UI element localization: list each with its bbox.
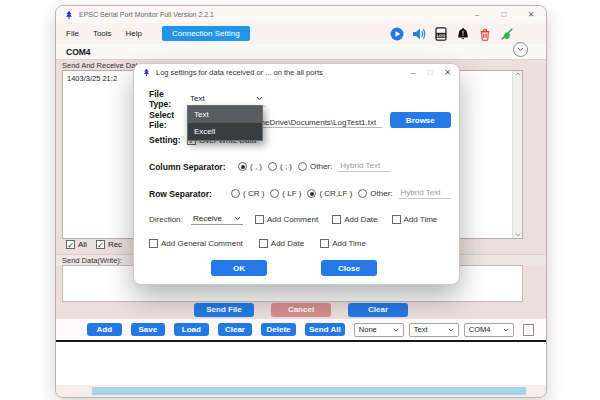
clear-button[interactable]: Clear	[348, 303, 408, 317]
save-button[interactable]: Save	[131, 323, 166, 336]
filter-received[interactable]: ✓ Rec	[96, 240, 122, 249]
alarm-bell-icon[interactable]	[456, 27, 470, 41]
add-comment-checkbox[interactable]	[255, 215, 264, 224]
row-sep-crlf-option[interactable]: ( CR,LF )	[307, 189, 352, 198]
app-pin-icon	[64, 10, 74, 20]
add-general-comment-checkbox[interactable]	[149, 239, 158, 248]
dialog-minimize-button[interactable]: –	[411, 68, 415, 77]
send-all-button[interactable]: Send All	[305, 323, 345, 336]
col-sep-comma-option[interactable]: ( , )	[238, 162, 262, 171]
direction-select[interactable]: Receive	[191, 214, 243, 225]
col-sep-other-option[interactable]: Other:	[298, 162, 332, 171]
add-time-checkbox[interactable]	[392, 215, 401, 224]
comma-radio[interactable]	[238, 162, 247, 171]
trash-icon[interactable]	[478, 27, 492, 41]
port-row: COM4	[56, 44, 546, 60]
filter-all[interactable]: ✓ All	[66, 240, 87, 249]
composer-toolbar: Add Save Load Clear Delete Send All None…	[56, 319, 546, 340]
port-label: COM4	[66, 47, 91, 57]
row-sep-lf-option[interactable]: ( LF )	[270, 189, 301, 198]
message-queue-panel[interactable]	[56, 340, 546, 387]
col-other-input[interactable]: Hybrid Text	[338, 161, 390, 172]
select-file-label: Select File:	[149, 110, 187, 130]
scrollbar-thumb[interactable]	[92, 387, 526, 395]
add-general-comment-label: Add General Comment	[161, 239, 243, 248]
app-title: EPSC Serial Port Monitor Full Version 2.…	[79, 11, 214, 18]
close-button[interactable]: ✕	[524, 10, 538, 19]
ok-button[interactable]: OK	[211, 260, 267, 276]
crlf-radio[interactable]	[307, 189, 316, 198]
minimize-button[interactable]: –	[470, 10, 484, 19]
general-add-date-option[interactable]: Add Date	[259, 239, 304, 248]
connector-icon[interactable]	[500, 27, 514, 41]
none-select[interactable]: None	[354, 323, 404, 337]
select-value: COM4	[469, 325, 491, 334]
received-checkbox[interactable]: ✓	[96, 240, 105, 249]
all-checkbox[interactable]: ✓	[66, 240, 75, 249]
add-general-comment-option[interactable]: Add General Comment	[149, 239, 243, 248]
dialog-close-button[interactable]: ✕	[444, 68, 451, 77]
semicolon-label: ( ; )	[280, 162, 292, 171]
connection-setting-button[interactable]: Connection Setting	[162, 26, 250, 41]
add-date-checkbox[interactable]	[332, 215, 341, 224]
general-comment-row: Add General Comment Add Date Add Time	[149, 239, 451, 248]
send-panel-label: Send Data(Write):	[62, 256, 122, 265]
menu-help[interactable]: Help	[126, 29, 142, 38]
add-time-option[interactable]: Add Time	[392, 215, 438, 224]
dialog-title: Log settings for data received or ... on…	[156, 68, 323, 77]
receive-row[interactable]: 1403/3/25 21:2	[67, 74, 117, 83]
file-type-value: Text	[190, 94, 205, 103]
lf-radio[interactable]	[270, 189, 279, 198]
port-select[interactable]: COM4	[464, 323, 514, 337]
format-select[interactable]: Text	[409, 323, 459, 337]
collapse-chevron-button[interactable]	[513, 42, 528, 57]
load-button[interactable]: Load	[174, 323, 209, 336]
menu-file[interactable]: File	[66, 29, 79, 38]
received-label: Rec	[108, 240, 122, 249]
maximize-button[interactable]: □	[497, 10, 511, 19]
semicolon-radio[interactable]	[268, 162, 277, 171]
dropdown-option-text[interactable]: Text	[188, 106, 262, 123]
dialog-close-action-button[interactable]: Close	[321, 260, 377, 276]
receive-scrollbar[interactable]	[512, 71, 522, 238]
scroll-down-icon[interactable]	[515, 233, 521, 237]
menubar: File Tools Help Connection Setting LOG	[56, 23, 546, 44]
speaker-icon[interactable]	[412, 27, 426, 41]
scroll-up-icon[interactable]	[515, 72, 521, 76]
general-add-time-checkbox[interactable]	[320, 239, 329, 248]
general-add-time-option[interactable]: Add Time	[320, 239, 366, 248]
dropdown-option-excell[interactable]: Excell	[188, 123, 262, 140]
crlf-label: ( CR,LF )	[319, 189, 352, 198]
row-other-radio[interactable]	[358, 189, 367, 198]
chevron-down-icon	[256, 96, 263, 101]
dialog-window-controls: – □ ✕	[411, 68, 451, 77]
row-sep-other-option[interactable]: Other:	[358, 189, 392, 198]
cr-radio[interactable]	[231, 189, 240, 198]
general-add-date-checkbox[interactable]	[259, 239, 268, 248]
add-button[interactable]: Add	[87, 323, 122, 336]
log-icon[interactable]: LOG	[434, 27, 448, 41]
add-date-option[interactable]: Add Date	[332, 215, 377, 224]
dialog-pin-icon	[142, 68, 151, 77]
clear-composer-button[interactable]: Clear	[218, 323, 253, 336]
log-settings-dialog: Log settings for data received or ... on…	[133, 63, 460, 285]
dialog-titlebar: Log settings for data received or ... on…	[134, 64, 459, 81]
browse-button[interactable]: Browse	[390, 112, 451, 128]
row-other-input[interactable]: Hybrid Text	[399, 188, 451, 199]
col-other-radio[interactable]	[298, 162, 307, 171]
setting-label: Setting:	[149, 135, 187, 145]
lf-label: ( LF )	[282, 189, 301, 198]
send-file-button[interactable]: Send File	[194, 303, 254, 317]
chevron-down-icon	[503, 328, 509, 332]
menu-tools[interactable]: Tools	[93, 29, 112, 38]
col-sep-semicolon-option[interactable]: ( ; )	[268, 162, 292, 171]
add-comment-option[interactable]: Add Comment	[255, 215, 318, 224]
delete-button[interactable]: Delete	[261, 323, 296, 336]
direction-row: Direction: Receive Add Comment Add Date …	[149, 214, 451, 225]
log-icon-text: LOG	[437, 32, 446, 37]
row-sep-cr-option[interactable]: ( CR )	[231, 189, 264, 198]
cancel-button[interactable]: Cancel	[271, 303, 331, 317]
play-icon[interactable]	[390, 27, 404, 41]
horizontal-scrollbar[interactable]	[56, 385, 546, 397]
composer-checkbox[interactable]	[523, 324, 534, 336]
